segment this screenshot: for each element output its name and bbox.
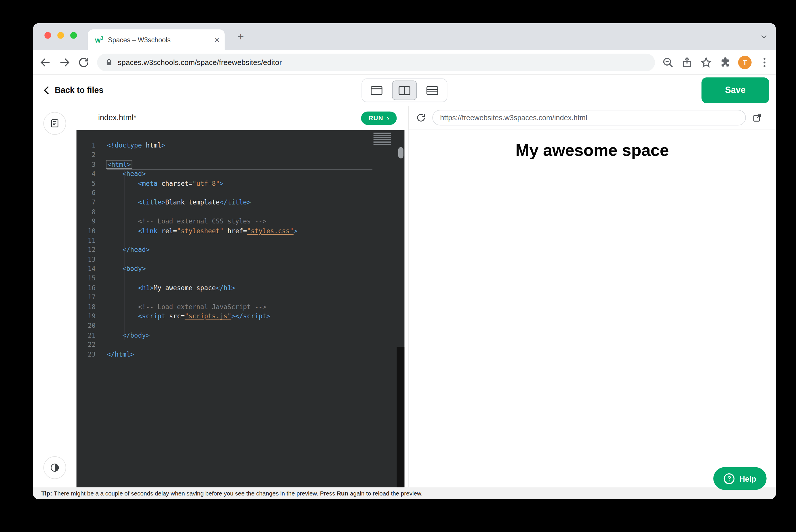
line-number: 1 <box>77 141 95 150</box>
line-number: 2 <box>77 150 95 160</box>
code-line: 10 <link rel="stylesheet" href="styles.c… <box>77 226 405 236</box>
reload-button[interactable] <box>77 56 90 69</box>
browser-tab[interactable]: w3 Spaces – W3schools × <box>88 29 225 50</box>
code-line: 22 <box>77 340 405 350</box>
preview-url-text: https://freewebsites.w3spaces.com/index.… <box>440 114 587 122</box>
editor-panel: index.html* RUN › 1<!doctype html>23<htm… <box>77 106 408 487</box>
line-number: 20 <box>77 321 95 331</box>
code-editor[interactable]: 1<!doctype html>23<html>4 <head>5 <meta … <box>77 130 405 487</box>
run-chevron-icon: › <box>387 114 389 122</box>
scrollbar-thumb[interactable] <box>398 147 404 158</box>
tab-search-chevron-icon[interactable] <box>759 32 769 41</box>
preview-header: https://freewebsites.w3spaces.com/index.… <box>409 106 776 130</box>
back-to-files-button[interactable]: Back to files <box>43 75 104 106</box>
code-line: 11 <box>77 236 405 245</box>
preview-heading: My awesome space <box>409 141 776 160</box>
tip-text-2: again to reload the preview. <box>348 490 423 496</box>
code-line: 2 <box>77 150 405 160</box>
save-button[interactable]: Save <box>702 77 769 103</box>
reload-icon <box>416 112 426 123</box>
url-text: spaces.w3schools.com/space/freewebsites/… <box>118 58 282 67</box>
line-number: 23 <box>77 350 95 359</box>
screenshot-canvas: w3 Spaces – W3schools × + <box>0 0 796 532</box>
back-button[interactable] <box>39 56 52 69</box>
line-number: 7 <box>77 198 95 207</box>
address-bar[interactable]: spaces.w3schools.com/space/freewebsites/… <box>97 54 655 71</box>
tip-prefix: Tip: <box>41 490 52 496</box>
code-line: 5 <meta charset="utf-8"> <box>77 179 405 188</box>
zoom-icon[interactable] <box>662 56 674 69</box>
theme-toggle-button[interactable] <box>43 456 66 479</box>
code-line: 16 <h1>My awesome space</h1> <box>77 283 405 293</box>
share-icon[interactable] <box>681 56 693 69</box>
help-label: Help <box>739 474 756 483</box>
scrollbar-track <box>397 347 405 487</box>
code-line: 15 <box>77 274 405 283</box>
traffic-lights <box>44 32 77 39</box>
code-line: 1<!doctype html> <box>77 141 405 150</box>
line-number: 10 <box>77 226 95 236</box>
code-line: 23</html> <box>77 350 405 359</box>
layout-stacked-view-button[interactable] <box>420 80 445 100</box>
code-line: 3<html> <box>77 160 405 169</box>
code-line: 4 <head> <box>77 169 405 179</box>
line-number: 19 <box>77 312 95 321</box>
code-line: 19 <script src="scripts.js"></script> <box>77 312 405 321</box>
line-number: 12 <box>77 245 95 255</box>
bookmark-star-icon[interactable] <box>700 56 712 69</box>
line-number: 15 <box>77 274 95 283</box>
line-number: 14 <box>77 264 95 274</box>
code-line: 9 <!-- Load external CSS styles --> <box>77 217 405 226</box>
fullscreen-window-button[interactable] <box>70 32 77 39</box>
layout-split-view-button[interactable] <box>392 80 417 100</box>
page-header: Back to files Save <box>33 75 776 106</box>
profile-avatar[interactable]: T <box>738 56 752 69</box>
forward-button[interactable] <box>58 56 71 69</box>
code-line: 12 </head> <box>77 245 405 255</box>
tip-bar: Tip: There might be a a couple of second… <box>33 487 776 499</box>
tab-strip: w3 Spaces – W3schools × + <box>33 23 776 50</box>
file-manager-icon <box>50 118 60 129</box>
code-line: 14 <body> <box>77 264 405 274</box>
tip-run-word: Run <box>337 490 348 496</box>
line-number: 11 <box>77 236 95 245</box>
code-line: 13 <box>77 255 405 264</box>
toolbar-right-icons: T <box>662 50 771 75</box>
line-number: 8 <box>77 207 95 217</box>
open-in-new-icon <box>752 112 762 123</box>
file-manager-button[interactable] <box>43 112 66 135</box>
open-in-new-tab-button[interactable] <box>752 112 762 123</box>
browser-toolbar: spaces.w3schools.com/space/freewebsites/… <box>33 50 776 75</box>
line-number: 3 <box>77 160 95 169</box>
new-tab-button[interactable]: + <box>234 30 247 43</box>
line-number: 16 <box>77 283 95 293</box>
run-button[interactable]: RUN › <box>361 112 396 125</box>
main-area: index.html* RUN › 1<!doctype html>23<htm… <box>33 106 776 487</box>
split-view-icon <box>398 86 411 95</box>
editor-header: index.html* RUN › <box>77 106 405 130</box>
code-line: 20 <box>77 321 405 331</box>
minimize-window-button[interactable] <box>57 32 64 39</box>
preview-url-field[interactable]: https://freewebsites.w3spaces.com/index.… <box>432 110 746 126</box>
tab-close-icon[interactable]: × <box>215 35 220 44</box>
line-number: 5 <box>77 179 95 188</box>
line-number: 21 <box>77 331 95 340</box>
code-lines: 1<!doctype html>23<html>4 <head>5 <meta … <box>77 130 405 359</box>
code-line: 8 <box>77 207 405 217</box>
close-window-button[interactable] <box>44 32 51 39</box>
preview-panel: https://freewebsites.w3spaces.com/index.… <box>408 106 776 487</box>
editor-view-icon <box>370 86 383 95</box>
layout-toggle-group <box>362 78 447 102</box>
layout-editor-view-button[interactable] <box>364 80 389 100</box>
help-button[interactable]: ? Help <box>714 467 767 490</box>
browser-menu-icon[interactable] <box>758 56 771 69</box>
w3schools-favicon-icon: w3 <box>95 36 103 43</box>
line-number: 17 <box>77 293 95 302</box>
stacked-view-icon <box>426 86 439 95</box>
code-line: 18 <!-- Load external JavaScript --> <box>77 302 405 312</box>
run-label: RUN <box>368 114 383 122</box>
chevron-left-icon <box>43 86 50 95</box>
code-line: 6 <box>77 188 405 198</box>
preview-reload-button[interactable] <box>416 112 426 123</box>
extensions-puzzle-icon[interactable] <box>719 56 732 69</box>
